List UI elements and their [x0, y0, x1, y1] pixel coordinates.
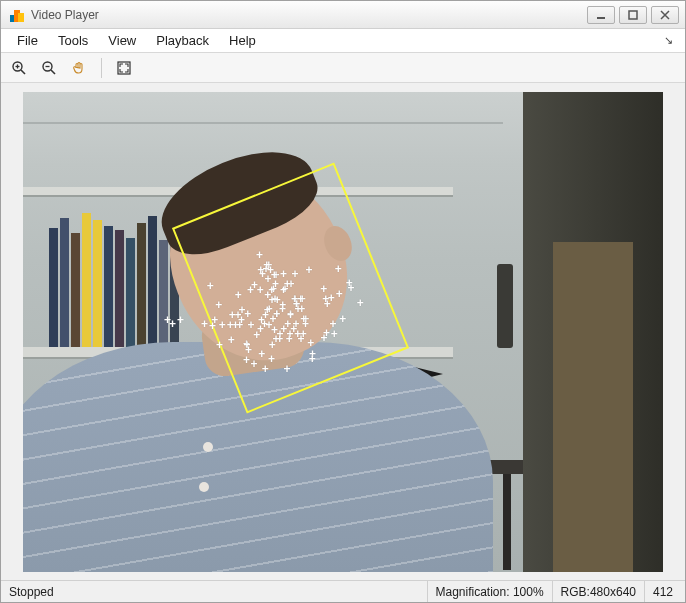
extra-cell: 412	[645, 581, 685, 602]
svg-rect-2	[18, 13, 24, 22]
statusbar: Stopped Magnification: 100% RGB:480x640 …	[1, 580, 685, 602]
window-title: Video Player	[31, 8, 587, 22]
menu-help[interactable]: Help	[219, 30, 266, 51]
magnification-value: 100%	[513, 585, 544, 599]
playback-state: Stopped	[1, 581, 428, 602]
titlebar: Video Player	[1, 1, 685, 29]
zoom-out-button[interactable]	[37, 56, 61, 80]
svg-line-10	[51, 70, 55, 74]
fit-icon	[116, 60, 132, 76]
menu-playback[interactable]: Playback	[146, 30, 219, 51]
menu-tools[interactable]: Tools	[48, 30, 98, 51]
toolbar-separator	[101, 58, 102, 78]
window-controls	[587, 6, 679, 24]
format-cell: RGB:480x640	[553, 581, 645, 602]
pan-button[interactable]	[67, 56, 91, 80]
zoom-in-icon	[11, 60, 27, 76]
hand-icon	[71, 60, 87, 76]
fit-to-window-button[interactable]	[112, 56, 136, 80]
menubar: File Tools View Playback Help ↘	[1, 29, 685, 53]
menu-file[interactable]: File	[7, 30, 48, 51]
video-frame[interactable]: ++++++++++++++++++++++++++++++++++++++++…	[23, 92, 663, 572]
menu-view[interactable]: View	[98, 30, 146, 51]
zoom-out-icon	[41, 60, 57, 76]
close-button[interactable]	[651, 6, 679, 24]
magnification-cell: Magnification: 100%	[428, 581, 553, 602]
content-area: ++++++++++++++++++++++++++++++++++++++++…	[1, 83, 685, 580]
svg-rect-3	[597, 17, 605, 19]
menu-overflow-icon[interactable]: ↘	[658, 34, 679, 47]
magnification-label: Magnification:	[436, 585, 510, 599]
video-image	[23, 92, 663, 572]
toolbar	[1, 53, 685, 83]
zoom-in-button[interactable]	[7, 56, 31, 80]
svg-rect-4	[629, 11, 637, 19]
minimize-button[interactable]	[587, 6, 615, 24]
app-window: Video Player File Tools View Playback He…	[0, 0, 686, 603]
maximize-button[interactable]	[619, 6, 647, 24]
svg-line-6	[21, 70, 25, 74]
app-icon	[9, 7, 25, 23]
